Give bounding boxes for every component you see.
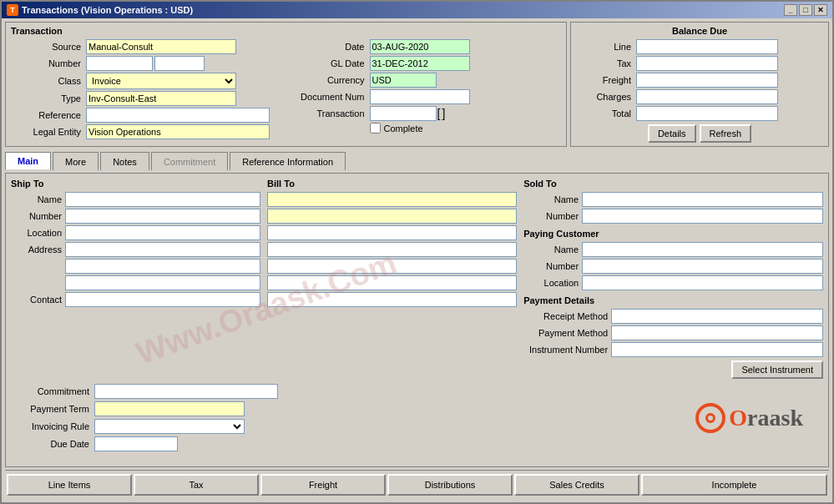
receipt-method-input[interactable] [611, 309, 823, 324]
transaction-input[interactable] [370, 106, 437, 121]
bill-to-section: Bill To [267, 179, 517, 379]
ship-name-input[interactable] [65, 192, 260, 207]
tax-button[interactable]: Tax [134, 474, 259, 496]
incomplete-button[interactable]: Incomplete [641, 474, 827, 496]
bill-address1-input[interactable] [267, 242, 517, 257]
line-label: Line [578, 42, 636, 52]
right-sections: Sold To Name Number Paying Customer [523, 179, 823, 379]
refresh-button[interactable]: Refresh [700, 124, 752, 143]
number-input1[interactable] [86, 56, 153, 71]
number-input2[interactable] [154, 56, 205, 71]
paying-location-input[interactable] [582, 275, 823, 290]
sold-number-row: Number [523, 209, 823, 224]
paying-name-input[interactable] [582, 242, 823, 257]
sold-name-input[interactable] [582, 192, 823, 207]
bottom-fields: Commitment Payment Term Invoicing Rule [11, 384, 823, 454]
tab-notes[interactable]: Notes [100, 152, 149, 170]
gl-date-input[interactable] [370, 56, 470, 71]
doc-num-input[interactable] [370, 89, 470, 104]
ship-address2-input[interactable] [65, 259, 260, 274]
doc-num-row: Document Num [295, 89, 562, 104]
transaction-label: Transaction [295, 108, 370, 118]
main-window: T Transactions (Vision Operations : USD)… [0, 0, 834, 504]
tab-reference-info[interactable]: Reference Information [230, 152, 346, 170]
maximize-btn[interactable]: □ [799, 4, 812, 16]
bill-number-input[interactable] [267, 209, 517, 224]
charges-row: Charges [578, 89, 821, 104]
sold-number-label: Number [523, 211, 582, 221]
freight-button[interactable]: Freight [260, 474, 386, 496]
currency-input[interactable] [370, 73, 437, 88]
complete-row: Complete [295, 123, 562, 134]
ship-location-input[interactable] [65, 225, 260, 240]
bill-address2-input[interactable] [267, 259, 517, 274]
paying-name-row: Name [523, 242, 823, 257]
ship-address3-input[interactable] [65, 275, 260, 290]
select-instrument-button[interactable]: Select Instrument [731, 360, 823, 379]
ship-contact-label: Contact [11, 295, 65, 305]
tab-more[interactable]: More [53, 152, 99, 170]
ship-number-row: Number [11, 209, 260, 224]
ship-location-row: Location [11, 225, 260, 240]
instrument-number-label: Instrument Number [523, 345, 611, 355]
date-label: Date [295, 42, 370, 52]
ship-contact-input[interactable] [65, 292, 260, 307]
charges-input[interactable] [636, 89, 778, 104]
reference-label: Reference [11, 110, 86, 120]
invoicing-rule-select[interactable] [94, 419, 245, 434]
payment-method-input[interactable] [611, 325, 823, 340]
ship-number-input[interactable] [65, 209, 260, 224]
bill-contact-input[interactable] [267, 292, 517, 307]
bill-location-input[interactable] [267, 225, 517, 240]
payment-method-row: Payment Method [523, 325, 823, 340]
reference-input[interactable] [86, 108, 270, 123]
payment-term-label: Payment Term [11, 404, 94, 414]
legal-entity-input[interactable] [86, 124, 270, 139]
transaction-title: Transaction [11, 26, 561, 36]
ship-address-row: Address [11, 242, 260, 257]
app-icon: T [7, 4, 18, 16]
paying-number-input[interactable] [582, 259, 823, 274]
ship-address1-input[interactable] [65, 242, 260, 257]
sales-credits-button[interactable]: Sales Credits [514, 474, 639, 496]
invoicing-rule-label: Invoicing Rule [11, 421, 94, 431]
close-btn[interactable]: ✕ [814, 4, 827, 16]
total-input[interactable] [636, 106, 778, 121]
minimize-btn[interactable]: _ [784, 4, 797, 16]
line-input[interactable] [636, 39, 778, 54]
type-input[interactable] [86, 91, 236, 106]
title-controls: _ □ ✕ [784, 4, 827, 16]
commitment-input[interactable] [94, 384, 278, 399]
ship-location-label: Location [11, 228, 65, 238]
freight-input[interactable] [636, 73, 778, 88]
sold-name-label: Name [523, 194, 582, 204]
ship-number-label: Number [11, 211, 65, 221]
due-date-label: Due Date [11, 439, 94, 449]
complete-checkbox[interactable] [370, 123, 381, 134]
date-input[interactable] [370, 39, 470, 54]
source-row: Source [11, 39, 278, 54]
sold-name-row: Name [523, 192, 823, 207]
transaction-right: Date GL Date Currency Document Num [295, 39, 562, 141]
source-input[interactable] [86, 39, 236, 54]
bracket-right: ] [441, 107, 446, 120]
line-items-button[interactable]: Line Items [7, 474, 132, 496]
payment-term-input[interactable] [94, 401, 245, 416]
paying-location-label: Location [523, 278, 582, 288]
distributions-button[interactable]: Distributions [387, 474, 513, 496]
tab-content: Www.Oraask.Com Oraask Ship To Name [5, 173, 829, 467]
class-select[interactable]: Invoice Credit Memo Debit Memo [86, 73, 236, 89]
tab-main[interactable]: Main [5, 152, 51, 170]
bill-address3-input[interactable] [267, 275, 517, 290]
type-row: Type [11, 91, 278, 106]
tax-input[interactable] [636, 56, 778, 71]
freight-row: Freight [578, 73, 821, 88]
instrument-number-input[interactable] [611, 342, 823, 357]
tabs-row: Main More Notes Commitment Reference Inf… [5, 152, 829, 170]
bill-name-input[interactable] [267, 192, 517, 207]
paying-number-label: Number [523, 261, 582, 271]
paying-location-row: Location [523, 275, 823, 290]
sold-number-input[interactable] [582, 209, 823, 224]
details-button[interactable]: Details [648, 124, 696, 143]
due-date-input[interactable] [94, 436, 178, 451]
